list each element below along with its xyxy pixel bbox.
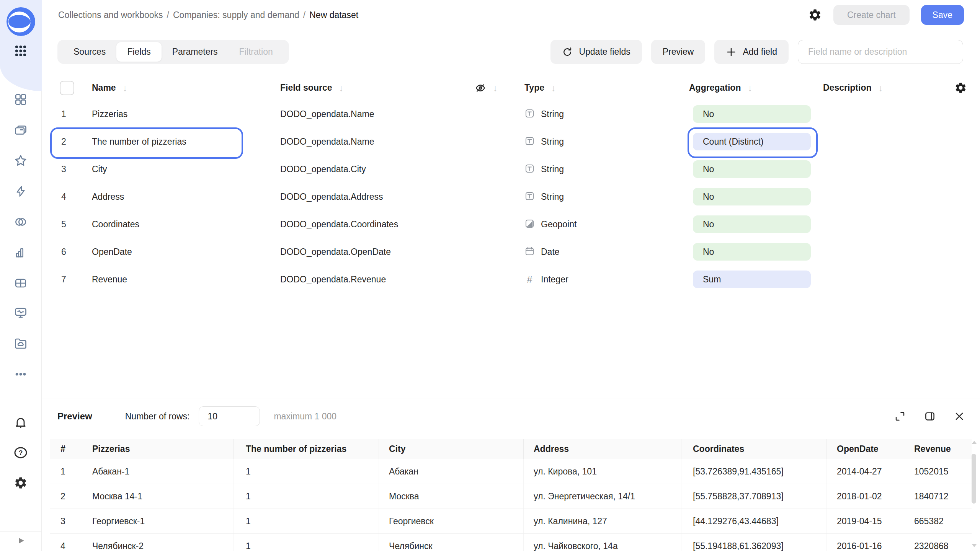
tab-fields[interactable]: Fields bbox=[116, 42, 161, 62]
topbar: Collections and workbooks/Companies: sup… bbox=[42, 0, 980, 30]
tab-sources[interactable]: Sources bbox=[63, 40, 116, 64]
string-type-icon bbox=[524, 163, 535, 175]
more-ellipsis-icon[interactable] bbox=[14, 368, 27, 381]
expand-sidebar-icon[interactable] bbox=[15, 535, 26, 546]
column-header-hidden[interactable]: ↓ bbox=[475, 82, 524, 94]
field-row-number-of-pizzerias[interactable]: 2 The number of pizzerias DODO_opendata.… bbox=[50, 128, 969, 155]
field-name[interactable]: Address bbox=[92, 192, 280, 202]
sort-arrow-icon: ↓ bbox=[551, 83, 556, 93]
rows-max-hint: maximum 1 000 bbox=[274, 411, 336, 422]
collections-icon[interactable] bbox=[14, 123, 28, 137]
sort-arrow-icon: ↓ bbox=[339, 83, 343, 93]
field-name[interactable]: The number of pizzerias bbox=[92, 137, 280, 147]
notifications-bell-icon[interactable] bbox=[14, 416, 28, 429]
aggregation-select[interactable]: Sum bbox=[693, 271, 811, 288]
monitoring-icon[interactable] bbox=[14, 306, 28, 320]
update-fields-button[interactable]: Update fields bbox=[550, 40, 642, 64]
column-header-name[interactable]: Name ↓ bbox=[92, 83, 280, 93]
create-chart-button[interactable]: Create chart bbox=[833, 5, 910, 25]
preview-header: Preview Number of rows: maximum 1 000 bbox=[57, 404, 965, 429]
preview-row: 1 Абакан-1 1 Абакан ул. Кирова, 101 [53.… bbox=[50, 459, 972, 484]
svg-text:?: ? bbox=[19, 449, 23, 456]
breadcrumb-item-collections[interactable]: Collections and workbooks bbox=[58, 10, 163, 20]
aggregation-select[interactable]: No bbox=[693, 105, 811, 123]
date-type-icon bbox=[524, 246, 535, 258]
sort-arrow-icon: ↓ bbox=[493, 83, 498, 93]
connections-bolt-icon[interactable] bbox=[14, 185, 27, 198]
refresh-icon bbox=[562, 47, 573, 57]
aggregation-select[interactable]: No bbox=[693, 243, 811, 261]
aggregation-select[interactable]: No bbox=[693, 215, 811, 233]
rows-count-input[interactable] bbox=[199, 406, 260, 426]
tab-filtration[interactable]: Filtration bbox=[229, 40, 284, 64]
plus-icon bbox=[726, 47, 737, 57]
charts-icon[interactable] bbox=[14, 246, 27, 259]
app-window: ? Collections and workbooks/Companies: s… bbox=[0, 0, 980, 551]
scroll-up-arrow[interactable] bbox=[972, 441, 977, 444]
aggregation-select[interactable]: No bbox=[693, 160, 811, 178]
field-type[interactable]: Geopoint bbox=[524, 218, 689, 230]
preview-table: # Pizzerias The number of pizzerias City… bbox=[50, 439, 972, 551]
scroll-down-arrow[interactable] bbox=[972, 544, 977, 547]
field-type[interactable]: String bbox=[524, 163, 689, 175]
field-row-pizzerias[interactable]: 1 Pizzerias DODO_opendata.Name String No bbox=[50, 100, 969, 128]
field-type[interactable]: String bbox=[524, 108, 689, 120]
preview-scrollbar[interactable] bbox=[971, 441, 977, 549]
breadcrumb-item-workbook[interactable]: Companies: supply and demand bbox=[173, 10, 299, 20]
geopoint-type-icon bbox=[524, 218, 535, 230]
field-name[interactable]: Revenue bbox=[92, 274, 280, 285]
scrollbar-thumb[interactable] bbox=[972, 454, 976, 504]
datalens-logo[interactable] bbox=[6, 7, 36, 36]
add-field-button[interactable]: Add field bbox=[714, 40, 789, 64]
sort-arrow-icon: ↓ bbox=[123, 83, 127, 93]
rows-count-label: Number of rows: bbox=[125, 411, 190, 422]
field-type[interactable]: String bbox=[524, 136, 689, 148]
field-type[interactable]: String bbox=[524, 191, 689, 203]
dataset-settings-gear-icon[interactable] bbox=[808, 8, 822, 22]
field-type[interactable]: # Integer bbox=[524, 274, 689, 285]
field-name[interactable]: City bbox=[92, 164, 280, 174]
field-row-opendate[interactable]: 6 OpenDate DODO_opendata.OpenDate Date N… bbox=[50, 238, 969, 266]
dashboards-icon[interactable] bbox=[14, 93, 27, 106]
field-row-address[interactable]: 4 Address DODO_opendata.Address String N… bbox=[50, 183, 969, 210]
field-row-coordinates[interactable]: 5 Coordinates DODO_opendata.Coordinates … bbox=[50, 210, 969, 238]
column-header-source[interactable]: Field source ↓ bbox=[280, 83, 475, 93]
preview-toggle-button[interactable]: Preview bbox=[651, 40, 706, 64]
storage-folder-icon[interactable] bbox=[14, 337, 28, 350]
fields-table-header: Name ↓ Field source ↓ ↓ Type ↓ Aggregati… bbox=[50, 76, 969, 100]
field-name[interactable]: Pizzerias bbox=[92, 109, 280, 119]
close-preview-icon[interactable] bbox=[954, 411, 965, 422]
integer-type-icon: # bbox=[524, 274, 535, 285]
save-button[interactable]: Save bbox=[921, 5, 964, 25]
tables-icon[interactable] bbox=[14, 277, 27, 290]
field-name[interactable]: OpenDate bbox=[92, 247, 280, 257]
table-settings-gear-icon[interactable] bbox=[954, 82, 967, 94]
column-header-description[interactable]: Description ↓ bbox=[823, 83, 934, 93]
column-header-type[interactable]: Type ↓ bbox=[524, 83, 689, 93]
field-search-input[interactable] bbox=[798, 40, 963, 64]
breadcrumb[interactable]: Collections and workbooks/Companies: sup… bbox=[58, 10, 808, 20]
field-type[interactable]: Date bbox=[524, 246, 689, 258]
breadcrumb-item-current: New dataset bbox=[309, 10, 358, 20]
fields-table-body: 1 Pizzerias DODO_opendata.Name String No… bbox=[50, 100, 969, 293]
dock-panel-icon[interactable] bbox=[924, 411, 936, 422]
expand-preview-icon[interactable] bbox=[894, 411, 906, 422]
eye-off-icon bbox=[475, 82, 486, 94]
tab-group: Sources Fields Parameters Filtration bbox=[57, 40, 289, 64]
settings-gear-icon[interactable] bbox=[14, 476, 28, 490]
aggregation-select[interactable]: No bbox=[693, 188, 811, 205]
tab-parameters[interactable]: Parameters bbox=[162, 40, 229, 64]
datasets-icon[interactable] bbox=[13, 215, 28, 229]
help-icon[interactable]: ? bbox=[13, 445, 28, 460]
sidebar-divider bbox=[0, 531, 41, 531]
field-row-revenue[interactable]: 7 Revenue DODO_opendata.Revenue # Intege… bbox=[50, 266, 969, 293]
favorites-star-icon[interactable] bbox=[14, 154, 28, 168]
preview-title: Preview bbox=[57, 411, 92, 422]
field-name[interactable]: Coordinates bbox=[92, 219, 280, 230]
column-header-aggregation[interactable]: Aggregation ↓ bbox=[689, 83, 823, 93]
field-row-city[interactable]: 3 City DODO_opendata.City String No bbox=[50, 155, 969, 183]
sidebar: ? bbox=[0, 0, 42, 551]
select-all-checkbox[interactable] bbox=[60, 81, 74, 95]
apps-grid-icon[interactable] bbox=[14, 44, 28, 58]
aggregation-select[interactable]: Count (Distinct) bbox=[693, 133, 811, 150]
